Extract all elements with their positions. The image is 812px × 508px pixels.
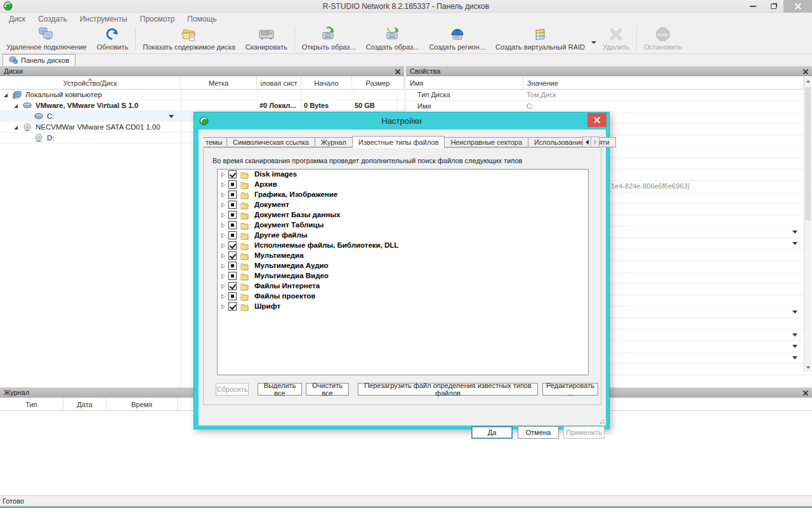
file-type-row[interactable]: Графика, Изображение xyxy=(218,190,588,200)
expander-icon[interactable] xyxy=(4,93,8,97)
tab-scroll-right-icon[interactable] xyxy=(591,137,599,147)
dialog-tab-2[interactable]: Журнал xyxy=(315,137,353,147)
resize-grip-icon[interactable] xyxy=(599,419,605,424)
checkbox[interactable] xyxy=(228,282,237,290)
file-type-row[interactable]: Исполняемые файлы, Библиотеки, DLL xyxy=(218,241,588,251)
expander-icon[interactable] xyxy=(221,284,225,289)
checkbox[interactable] xyxy=(228,170,237,178)
file-type-row[interactable]: Мультимедиа Видео xyxy=(218,271,588,281)
toolbar-button[interactable]: STOP Остановить xyxy=(639,25,687,53)
toolbar-button[interactable]: Удалить xyxy=(598,25,634,53)
disks-column-1[interactable]: Метка xyxy=(181,76,257,89)
scrollbar-thumb[interactable] xyxy=(805,87,811,220)
expander-icon[interactable] xyxy=(221,294,225,299)
expander-icon[interactable] xyxy=(221,182,225,187)
disk-tree-row[interactable]: Локальный компьютер xyxy=(0,90,404,100)
properties-column-0[interactable]: Имя xyxy=(406,76,523,89)
close-icon[interactable] xyxy=(395,69,401,75)
disks-column-4[interactable]: Размер xyxy=(352,76,404,89)
checkbox[interactable] xyxy=(228,302,237,311)
expander-icon[interactable] xyxy=(221,233,225,238)
toolbar-button[interactable]: Удаленное подключение xyxy=(1,25,91,53)
action-button-0[interactable]: Сбросить xyxy=(216,383,249,396)
expander-icon[interactable] xyxy=(221,213,225,218)
combo-dropdown-icon[interactable] xyxy=(792,356,797,359)
file-type-row[interactable]: Шрифт xyxy=(218,302,588,312)
toolbar-button[interactable]: Сканировать xyxy=(240,25,292,53)
checkbox[interactable] xyxy=(228,201,237,209)
expander-icon[interactable] xyxy=(221,203,225,208)
dialog-close-button[interactable] xyxy=(587,113,606,127)
file-type-row[interactable]: Мультимедиа xyxy=(218,251,588,261)
checkbox[interactable] xyxy=(228,262,237,270)
toolbar-button[interactable]: Показать содержимое диска xyxy=(138,25,240,53)
footer-button-1[interactable]: Отмена xyxy=(518,426,559,439)
dialog-tab-1[interactable]: Символическая ссылка xyxy=(226,137,315,147)
expander-icon[interactable] xyxy=(221,253,225,258)
checkbox[interactable] xyxy=(228,231,237,239)
property-row[interactable]: Имя C: xyxy=(406,101,812,112)
dialog-tab-0[interactable]: темы xyxy=(203,137,227,147)
expander-icon[interactable] xyxy=(221,304,225,309)
file-type-row[interactable]: Документ Таблицы xyxy=(218,220,588,231)
dialog-tab-5[interactable]: Использование памяти xyxy=(528,137,615,147)
menu-item-1[interactable]: Создать xyxy=(32,15,74,23)
toolbar-button[interactable]: Открыть образ... xyxy=(297,25,361,53)
toolbar-button[interactable]: Создать регион... xyxy=(424,25,490,53)
properties-scrollbar[interactable] xyxy=(804,77,811,372)
expander-icon[interactable] xyxy=(14,104,18,108)
toolbar-button[interactable]: Обновить xyxy=(91,25,133,53)
close-icon[interactable] xyxy=(802,390,809,396)
toolbar-button[interactable]: Создать виртуальный RAID xyxy=(490,25,590,53)
close-button[interactable] xyxy=(783,0,812,13)
combo-dropdown-icon[interactable] xyxy=(792,333,797,337)
file-type-row[interactable]: Архив xyxy=(218,180,588,190)
file-type-row[interactable]: Документ Базы данных xyxy=(218,210,588,220)
close-icon[interactable] xyxy=(802,69,809,75)
log-column-2[interactable]: Время xyxy=(107,398,178,410)
minimize-button[interactable] xyxy=(743,0,763,13)
action-button-2[interactable]: Очистить все xyxy=(306,383,349,396)
combo-dropdown-icon[interactable] xyxy=(792,311,797,314)
menu-item-3[interactable]: Просмотр xyxy=(134,15,181,23)
scroll-down-icon[interactable] xyxy=(806,366,810,369)
restore-button[interactable] xyxy=(763,0,783,13)
file-type-row[interactable]: Документ xyxy=(218,200,588,210)
checkbox[interactable] xyxy=(228,251,237,260)
property-row[interactable]: Тип Диска Том,Диск xyxy=(406,90,812,101)
expander-icon[interactable] xyxy=(14,126,18,130)
dropdown-caret-icon[interactable] xyxy=(591,41,596,44)
menu-item-2[interactable]: Инструменты xyxy=(74,15,134,23)
action-button-3[interactable]: Перезагрузить файл определения известных… xyxy=(358,383,538,396)
tab-disk-panel[interactable]: i Панель дисков xyxy=(3,54,75,66)
file-type-row[interactable]: Файлы проектов xyxy=(218,291,588,302)
file-type-row[interactable]: Другие файлы xyxy=(218,231,588,241)
disks-column-3[interactable]: Начало xyxy=(301,76,352,89)
checkbox[interactable] xyxy=(228,190,237,199)
combo-dropdown-icon[interactable] xyxy=(792,242,797,245)
checkbox[interactable] xyxy=(228,292,237,300)
expander-icon[interactable] xyxy=(221,274,225,279)
disks-column-header[interactable]: Устройство/ДискМеткаіловая систНачалоРаз… xyxy=(0,76,404,90)
combo-dropdown-icon[interactable] xyxy=(169,115,174,118)
expander-icon[interactable] xyxy=(221,192,225,197)
log-column-0[interactable]: Тип xyxy=(0,398,63,410)
expander-icon[interactable] xyxy=(221,172,225,177)
checkbox[interactable] xyxy=(228,180,237,189)
properties-column-header[interactable]: ИмяЗначение xyxy=(406,76,812,90)
file-type-row[interactable]: Файлы Интернета xyxy=(218,281,588,291)
file-type-row[interactable]: Disk images xyxy=(218,170,588,180)
scroll-up-icon[interactable] xyxy=(806,80,810,83)
expander-icon[interactable] xyxy=(221,223,225,228)
expander-icon[interactable] xyxy=(221,243,225,248)
action-button-4[interactable]: Редактировать ... xyxy=(542,383,598,396)
checkbox[interactable] xyxy=(228,211,237,219)
expander-icon[interactable] xyxy=(221,264,225,269)
footer-button-0[interactable]: Да xyxy=(471,426,513,439)
combo-dropdown-icon[interactable] xyxy=(792,345,797,348)
checkbox[interactable] xyxy=(228,241,237,250)
dialog-tab-4[interactable]: Неисправные сектора xyxy=(444,137,528,147)
file-type-row[interactable]: Мультимедиа Аудио xyxy=(218,261,588,271)
disk-tree-row[interactable]: VMware, VMware Virtual S 1.0 #0 Локал...… xyxy=(0,100,404,111)
dialog-tab-3[interactable]: Известные типы файлов xyxy=(352,136,445,148)
